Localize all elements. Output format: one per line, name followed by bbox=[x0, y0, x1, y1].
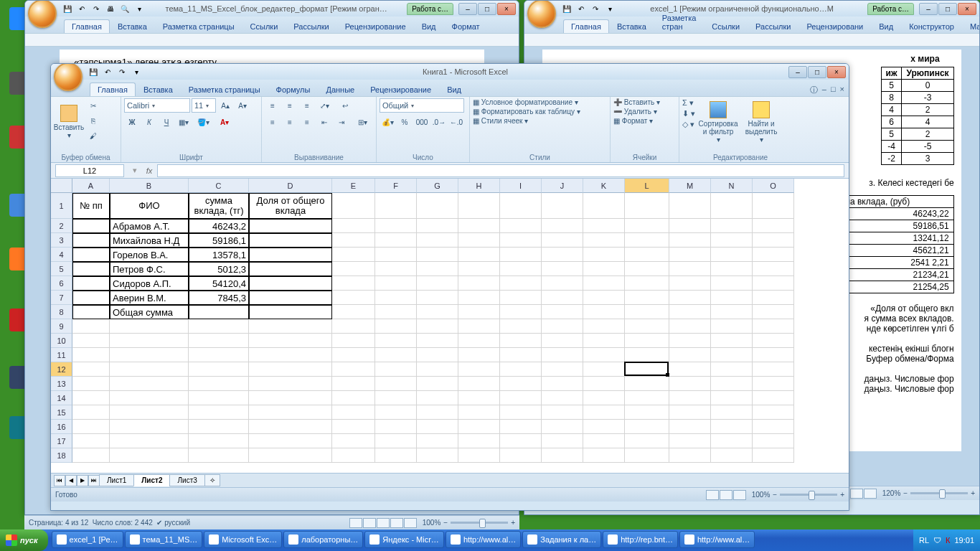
cell-G17[interactable] bbox=[417, 434, 458, 448]
cell-G15[interactable] bbox=[417, 405, 458, 420]
cell-O16[interactable] bbox=[753, 420, 794, 434]
cell-J16[interactable] bbox=[542, 420, 583, 434]
cell-J4[interactable] bbox=[542, 248, 583, 262]
cell-K15[interactable] bbox=[583, 405, 625, 420]
cell-D12[interactable] bbox=[249, 362, 332, 377]
tab-формат[interactable]: Формат bbox=[444, 19, 488, 33]
row-header-17[interactable]: 17 bbox=[51, 434, 72, 448]
cell-L3[interactable] bbox=[625, 233, 669, 248]
row-header-14[interactable]: 14 bbox=[51, 391, 72, 405]
inc-decimal-icon[interactable]: .0→ bbox=[431, 115, 447, 129]
qat-more-icon[interactable]: ▾ bbox=[603, 2, 616, 15]
merge-icon[interactable]: ⊞▾ bbox=[351, 115, 374, 129]
cell-M5[interactable] bbox=[669, 262, 711, 276]
cell-D9[interactable] bbox=[249, 319, 332, 334]
cell-N3[interactable] bbox=[711, 233, 753, 248]
cell-M6[interactable] bbox=[669, 276, 711, 291]
cell-H8[interactable] bbox=[458, 305, 500, 319]
cell-M10[interactable] bbox=[669, 334, 711, 348]
cell-B14[interactable] bbox=[110, 391, 189, 405]
cell-styles-button[interactable]: ▦ Стили ячеек ▾ bbox=[473, 117, 528, 125]
cell-F4[interactable] bbox=[375, 248, 417, 262]
cell-F12[interactable] bbox=[375, 362, 417, 377]
cell-F17[interactable] bbox=[375, 434, 417, 448]
cell-A10[interactable] bbox=[72, 334, 110, 348]
cell-C10[interactable] bbox=[189, 334, 249, 348]
cell-J10[interactable] bbox=[542, 334, 583, 348]
cell-F14[interactable] bbox=[375, 391, 417, 405]
col-header-K[interactable]: K bbox=[583, 179, 625, 193]
cell-H6[interactable] bbox=[458, 276, 500, 291]
cell-B18[interactable] bbox=[110, 448, 189, 463]
cell-C8[interactable] bbox=[189, 305, 249, 319]
qat-more-icon[interactable]: ▾ bbox=[130, 65, 143, 78]
cell-B4[interactable]: Горелов В.А. bbox=[110, 248, 189, 262]
cell-O3[interactable] bbox=[753, 233, 794, 248]
cell-L17[interactable] bbox=[625, 434, 669, 448]
cell-K13[interactable] bbox=[583, 377, 625, 391]
cell-L14[interactable] bbox=[625, 391, 669, 405]
cell-C15[interactable] bbox=[189, 405, 249, 420]
cell-E4[interactable] bbox=[332, 248, 375, 262]
cell-K12[interactable] bbox=[583, 362, 625, 377]
tab-главная[interactable]: Главная bbox=[563, 19, 609, 33]
row-header-13[interactable]: 13 bbox=[51, 377, 72, 391]
indent-dec-icon[interactable]: ⇤ bbox=[316, 115, 332, 129]
col-header-B[interactable]: B bbox=[110, 179, 189, 193]
cell-I10[interactable] bbox=[500, 334, 542, 348]
find-select-button[interactable]: Найти и выделить▾ bbox=[741, 98, 781, 146]
fill-color-icon[interactable]: 🪣▾ bbox=[193, 115, 213, 129]
cell-F18[interactable] bbox=[375, 448, 417, 463]
cell-A16[interactable] bbox=[72, 420, 110, 434]
cell-A15[interactable] bbox=[72, 405, 110, 420]
cell-C17[interactable] bbox=[189, 434, 249, 448]
align-bot-icon[interactable]: ≡ bbox=[299, 98, 315, 113]
row-header-11[interactable]: 11 bbox=[51, 348, 72, 362]
cell-J1[interactable] bbox=[542, 193, 583, 219]
cell-C11[interactable] bbox=[189, 348, 249, 362]
cell-A18[interactable] bbox=[72, 448, 110, 463]
cell-B17[interactable] bbox=[110, 434, 189, 448]
col-header-H[interactable]: H bbox=[458, 179, 500, 193]
format-cells-button[interactable]: ▦ Формат ▾ bbox=[613, 117, 653, 125]
qat-undo-icon[interactable]: ↶ bbox=[575, 2, 588, 15]
row-header-9[interactable]: 9 bbox=[51, 319, 72, 334]
qat-save-icon[interactable]: 💾 bbox=[87, 65, 100, 78]
col-header-J[interactable]: J bbox=[542, 179, 583, 193]
cell-F9[interactable] bbox=[375, 319, 417, 334]
cell-L13[interactable] bbox=[625, 377, 669, 391]
tab-ссылки[interactable]: Ссылки bbox=[704, 19, 748, 33]
cell-N14[interactable] bbox=[711, 391, 753, 405]
cell-J17[interactable] bbox=[542, 434, 583, 448]
cell-L11[interactable] bbox=[625, 348, 669, 362]
cell-N11[interactable] bbox=[711, 348, 753, 362]
cell-H14[interactable] bbox=[458, 391, 500, 405]
sort-filter-button[interactable]: Сортировка и фильтр▾ bbox=[697, 98, 740, 146]
col-header-F[interactable]: F bbox=[375, 179, 417, 193]
taskbar-task[interactable]: Задания к ла… bbox=[522, 531, 601, 548]
cell-D10[interactable] bbox=[249, 334, 332, 348]
cell-C5[interactable]: 5012,3 bbox=[189, 262, 249, 276]
col-header-L[interactable]: L bbox=[625, 179, 669, 193]
cell-G7[interactable] bbox=[417, 291, 458, 305]
align-top-icon[interactable]: ≡ bbox=[265, 98, 281, 113]
cell-F16[interactable] bbox=[375, 420, 417, 434]
shrink-font-icon[interactable]: A▾ bbox=[235, 98, 250, 113]
tab-разметка страницы[interactable]: Разметка страницы bbox=[181, 83, 268, 96]
cell-G2[interactable] bbox=[417, 219, 458, 233]
cell-I8[interactable] bbox=[500, 305, 542, 319]
tab-вид[interactable]: Вид bbox=[871, 19, 901, 33]
zoom-slider[interactable] bbox=[451, 522, 508, 524]
cell-N5[interactable] bbox=[711, 262, 753, 276]
cell-D3[interactable] bbox=[249, 233, 332, 248]
row-header-5[interactable]: 5 bbox=[51, 262, 72, 276]
cell-G18[interactable] bbox=[417, 448, 458, 463]
cell-K16[interactable] bbox=[583, 420, 625, 434]
cell-A7[interactable] bbox=[72, 291, 110, 305]
taskbar-task[interactable]: Microsoft Exc… bbox=[204, 531, 282, 548]
cell-H16[interactable] bbox=[458, 420, 500, 434]
cell-B3[interactable]: Михайлова Н.Д bbox=[110, 233, 189, 248]
number-format-combo[interactable]: Общий bbox=[380, 98, 464, 113]
context-tab[interactable]: Работа с… bbox=[407, 3, 453, 15]
cell-I6[interactable] bbox=[500, 276, 542, 291]
